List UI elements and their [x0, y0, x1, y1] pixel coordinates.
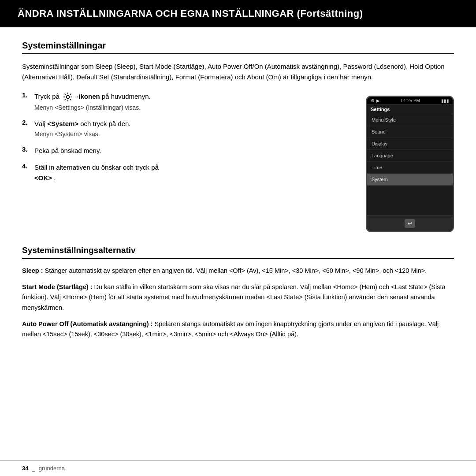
step-1-suffix: på huvudmenyn.: [102, 93, 151, 100]
statusbar-left: ⚙ ▶: [371, 98, 380, 103]
step-2-content: Välj <System> och tryck på den. Menyn <S…: [34, 119, 130, 139]
section2: Systeminställningsalternativ Sleep : Stä…: [22, 245, 454, 346]
step-2-num: 2.: [22, 119, 32, 126]
step-2-sub: Menyn <System> visas.: [34, 129, 130, 139]
step-3-text: Peka på önskad meny.: [34, 147, 101, 154]
option-sleep-title: Sleep :: [22, 267, 43, 274]
device-statusbar: ⚙ ▶ 01:25 PM ▮▮▮: [367, 97, 453, 105]
device-titlebar: Settings: [367, 105, 453, 114]
menu-item-system[interactable]: System: [367, 174, 453, 186]
svg-point-0: [67, 96, 70, 99]
main-content: Systeminställningar Systeminställningar …: [0, 27, 476, 460]
status-time: 01:25 PM: [401, 98, 420, 103]
step-1-sub: Menyn <Settings> (Inställningar) visas.: [34, 103, 151, 112]
step-3-num: 3.: [22, 145, 32, 153]
back-button[interactable]: ↩: [405, 219, 415, 228]
steps-list: 1. Tryck på: [22, 91, 353, 232]
footer-separator: _: [32, 465, 35, 472]
device-mockup: ⚙ ▶ 01:25 PM ▮▮▮ Settings Menu Style Sou…: [366, 96, 454, 232]
device-menu: Menu Style Sound Display Language Time S…: [367, 114, 453, 216]
header-title: ÄNDRA INSTÄLLNINGARNA OCH EGNA INSTÄLLNI…: [18, 8, 363, 19]
menu-item-time[interactable]: Time: [367, 162, 453, 174]
option-startmode-title: Start Mode (Startläge) :: [22, 283, 93, 290]
step-2-pre: Välj: [34, 120, 47, 127]
device-title: Settings: [371, 107, 390, 112]
option-sleep-text: Stänger automatiskt av spelaren efter en…: [45, 267, 427, 274]
step-1-content: Tryck på: [34, 91, 151, 112]
page-number: 34: [22, 465, 28, 472]
option-autopoweroff-title: Auto Power Off (Automatisk avstängning) …: [22, 320, 152, 327]
step-3-content: Peka på önskad meny.: [34, 145, 101, 156]
step-1-num: 1.: [22, 91, 32, 99]
menu-item-menustyle[interactable]: Menu Style: [367, 114, 453, 126]
page-footer: 34 _ grunderna: [0, 460, 476, 476]
battery-icon: ▮▮▮: [441, 98, 449, 103]
step-3: 3. Peka på önskad meny.: [22, 145, 353, 156]
back-icon: ↩: [408, 220, 412, 227]
section2-title: Systeminställningsalternativ: [22, 245, 454, 259]
svg-line-5: [65, 94, 66, 95]
play-icon: ▶: [376, 98, 380, 103]
steps-and-device: 1. Tryck på: [22, 91, 454, 232]
intro-text: Systeminställningar som Sleep (Sleep), S…: [22, 61, 454, 82]
menu-item-sound[interactable]: Sound: [367, 126, 453, 138]
page: ÄNDRA INSTÄLLNINGARNA OCH EGNA INSTÄLLNI…: [0, 0, 476, 476]
footer-label: grunderna: [39, 465, 65, 472]
step-1-bold: -ikonen: [76, 93, 100, 100]
step-2: 2. Välj <System> och tryck på den. Menyn…: [22, 119, 353, 139]
step-4-bold: <OK>: [34, 174, 52, 182]
step-4-num: 4.: [22, 162, 32, 170]
device-footer: ↩: [367, 216, 453, 231]
step-4-dot: .: [54, 174, 56, 182]
menu-item-language[interactable]: Language: [367, 150, 453, 162]
svg-line-8: [65, 99, 66, 100]
step-1: 1. Tryck på: [22, 91, 353, 112]
step-2-bold: <System>: [47, 120, 78, 127]
svg-line-6: [70, 99, 71, 100]
menu-item-display[interactable]: Display: [367, 138, 453, 150]
settings-status-icon: ⚙: [371, 98, 375, 103]
step-2-suf: och tryck på den.: [80, 120, 130, 127]
option-autopoweroff: Auto Power Off (Automatisk avstängning) …: [22, 319, 454, 339]
step-4-pre: Ställ in alternativen du önskar och tryc…: [34, 164, 159, 171]
settings-gear-icon: [62, 91, 74, 103]
option-startmode: Start Mode (Startläge) : Du kan ställa i…: [22, 282, 454, 313]
svg-line-7: [70, 94, 71, 95]
option-sleep: Sleep : Stänger automatiskt av spelaren …: [22, 266, 454, 276]
step-4: 4. Ställ in alternativen du önskar och t…: [22, 162, 353, 183]
section1-title: Systeminställningar: [22, 41, 454, 54]
page-header: ÄNDRA INSTÄLLNINGARNA OCH EGNA INSTÄLLNI…: [0, 0, 476, 27]
step-4-content: Ställ in alternativen du önskar och tryc…: [34, 162, 159, 183]
step-1-prefix: Tryck på: [34, 93, 61, 100]
